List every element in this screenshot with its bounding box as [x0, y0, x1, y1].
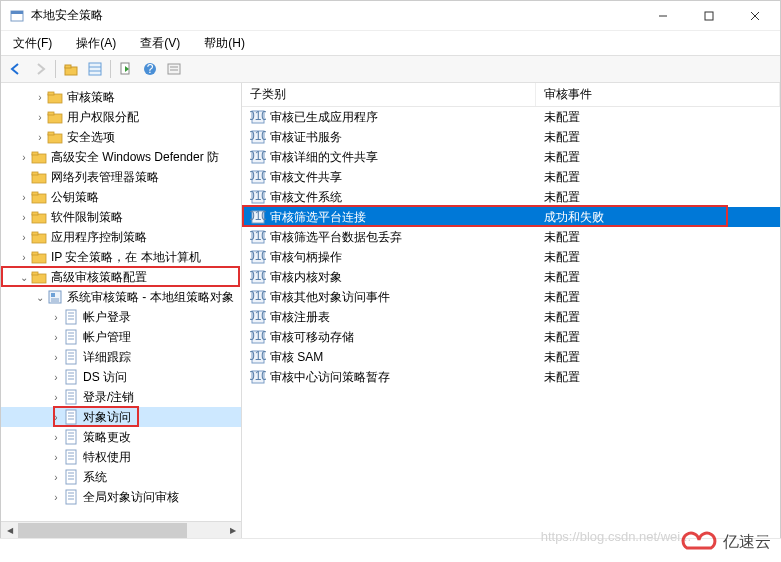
svg-text:010: 010	[250, 229, 266, 243]
chevron-right-icon[interactable]: ›	[49, 350, 63, 364]
svg-rect-38	[51, 293, 55, 297]
tree-item-label: 全局对象访问审核	[83, 489, 179, 506]
chevron-right-icon[interactable]: ›	[17, 210, 31, 224]
list-row[interactable]: 010审核可移动存储未配置	[242, 327, 780, 347]
scroll-left-icon[interactable]: ◀	[1, 522, 18, 539]
up-level-button[interactable]	[60, 58, 82, 80]
forward-button[interactable]	[29, 58, 51, 80]
close-button[interactable]	[732, 1, 778, 31]
svg-rect-24	[32, 152, 38, 155]
tree-item[interactable]: ›帐户管理	[1, 327, 241, 347]
tree-item[interactable]: ›策略更改	[1, 427, 241, 447]
tree-item[interactable]: ›安全选项	[1, 127, 241, 147]
tree-item[interactable]: ›特权使用	[1, 447, 241, 467]
chevron-right-icon[interactable]: ›	[49, 430, 63, 444]
tree-item[interactable]: ›软件限制策略	[1, 207, 241, 227]
list-row[interactable]: 010审核 SAM未配置	[242, 347, 780, 367]
column-subcategory[interactable]: 子类别	[242, 83, 536, 106]
policy-item-icon: 010	[250, 129, 266, 145]
svg-text:010: 010	[250, 369, 266, 383]
policy-item-icon: 010	[250, 249, 266, 265]
svg-text:010: 010	[250, 109, 266, 123]
back-button[interactable]	[5, 58, 27, 80]
svg-text:010: 010	[250, 249, 266, 263]
list-row[interactable]: 010审核证书服务未配置	[242, 127, 780, 147]
svg-text:010: 010	[250, 169, 266, 183]
chevron-right-icon[interactable]: ›	[49, 470, 63, 484]
policy-doc-icon	[63, 449, 79, 465]
grid-view-button[interactable]	[84, 58, 106, 80]
list-row[interactable]: 010审核已生成应用程序未配置	[242, 107, 780, 127]
tree-item[interactable]: ⌄系统审核策略 - 本地组策略对象	[1, 287, 241, 307]
list-row[interactable]: 010审核筛选平台连接成功和失败	[242, 207, 780, 227]
list-row[interactable]: 010审核中心访问策略暂存未配置	[242, 367, 780, 387]
chevron-right-icon[interactable]: ›	[49, 330, 63, 344]
tree-item[interactable]: ›DS 访问	[1, 367, 241, 387]
window-title: 本地安全策略	[31, 7, 640, 24]
chevron-right-icon[interactable]: ›	[33, 110, 47, 124]
list-row[interactable]: 010审核其他对象访问事件未配置	[242, 287, 780, 307]
chevron-down-icon[interactable]: ⌄	[33, 290, 47, 304]
chevron-right-icon[interactable]: ›	[49, 410, 63, 424]
scroll-right-icon[interactable]: ▶	[224, 522, 241, 539]
tree-h-scrollbar[interactable]: ◀ ▶	[1, 521, 241, 538]
policy-item-icon: 010	[250, 109, 266, 125]
tree-item[interactable]: ›帐户登录	[1, 307, 241, 327]
tree-item[interactable]: ›高级安全 Windows Defender 防	[1, 147, 241, 167]
list-row[interactable]: 010审核文件共享未配置	[242, 167, 780, 187]
list-row[interactable]: 010审核句柄操作未配置	[242, 247, 780, 267]
chevron-right-icon[interactable]: ›	[49, 390, 63, 404]
menu-file[interactable]: 文件(F)	[7, 33, 58, 54]
svg-rect-7	[65, 65, 71, 68]
policy-doc-icon	[63, 329, 79, 345]
tree-item[interactable]: ›应用程序控制策略	[1, 227, 241, 247]
tree-item[interactable]: ⌄高级审核策略配置	[1, 267, 241, 287]
chevron-right-icon[interactable]: ›	[17, 150, 31, 164]
export-button[interactable]	[115, 58, 137, 80]
tree-item[interactable]: ›用户权限分配	[1, 107, 241, 127]
list-body[interactable]: 010审核已生成应用程序未配置010审核证书服务未配置010审核详细的文件共享未…	[242, 107, 780, 544]
maximize-button[interactable]	[686, 1, 732, 31]
chevron-right-icon[interactable]: ›	[49, 370, 63, 384]
tree-item[interactable]: 网络列表管理器策略	[1, 167, 241, 187]
tree-item-label: 公钥策略	[51, 189, 99, 206]
chevron-right-icon[interactable]: ›	[17, 230, 31, 244]
menu-view[interactable]: 查看(V)	[134, 33, 186, 54]
svg-rect-34	[32, 252, 38, 255]
chevron-right-icon[interactable]: ›	[49, 490, 63, 504]
chevron-right-icon[interactable]: ›	[17, 190, 31, 204]
tree-item[interactable]: ›公钥策略	[1, 187, 241, 207]
folder-icon	[47, 129, 63, 145]
list-row[interactable]: 010审核注册表未配置	[242, 307, 780, 327]
tree-item[interactable]: ›IP 安全策略，在 本地计算机	[1, 247, 241, 267]
tree-item[interactable]: ›全局对象访问审核	[1, 487, 241, 507]
tree-item[interactable]: ›对象访问	[1, 407, 241, 427]
list-row[interactable]: 010审核详细的文件共享未配置	[242, 147, 780, 167]
chevron-down-icon[interactable]: ⌄	[17, 270, 31, 284]
chevron-right-icon[interactable]: ›	[49, 450, 63, 464]
list-row[interactable]: 010审核筛选平台数据包丢弃未配置	[242, 227, 780, 247]
chevron-right-icon[interactable]: ›	[33, 130, 47, 144]
help-toolbar-button[interactable]: ?	[139, 58, 161, 80]
chevron-right-icon[interactable]: ›	[33, 90, 47, 104]
menu-action[interactable]: 操作(A)	[70, 33, 122, 54]
properties-button[interactable]	[163, 58, 185, 80]
svg-rect-49	[66, 350, 76, 364]
tree-item[interactable]: ›系统	[1, 467, 241, 487]
svg-text:010: 010	[250, 349, 266, 363]
folder-icon	[47, 289, 63, 305]
minimize-button[interactable]	[640, 1, 686, 31]
svg-rect-61	[66, 410, 76, 424]
menu-help[interactable]: 帮助(H)	[198, 33, 251, 54]
list-row[interactable]: 010审核内核对象未配置	[242, 267, 780, 287]
chevron-right-icon[interactable]: ›	[49, 310, 63, 324]
list-row[interactable]: 010审核文件系统未配置	[242, 187, 780, 207]
tree-pane[interactable]: ›审核策略›用户权限分配›安全选项›高级安全 Windows Defender …	[1, 83, 242, 561]
tree-item[interactable]: ›审核策略	[1, 87, 241, 107]
chevron-right-icon[interactable]: ›	[17, 250, 31, 264]
tree-item[interactable]: ›登录/注销	[1, 387, 241, 407]
tree-item[interactable]: ›详细跟踪	[1, 347, 241, 367]
watermark-url: https://blog.csdn.net/wei...	[541, 529, 691, 544]
row-name: 审核证书服务	[270, 129, 342, 146]
column-audit-event[interactable]: 审核事件	[536, 83, 780, 106]
